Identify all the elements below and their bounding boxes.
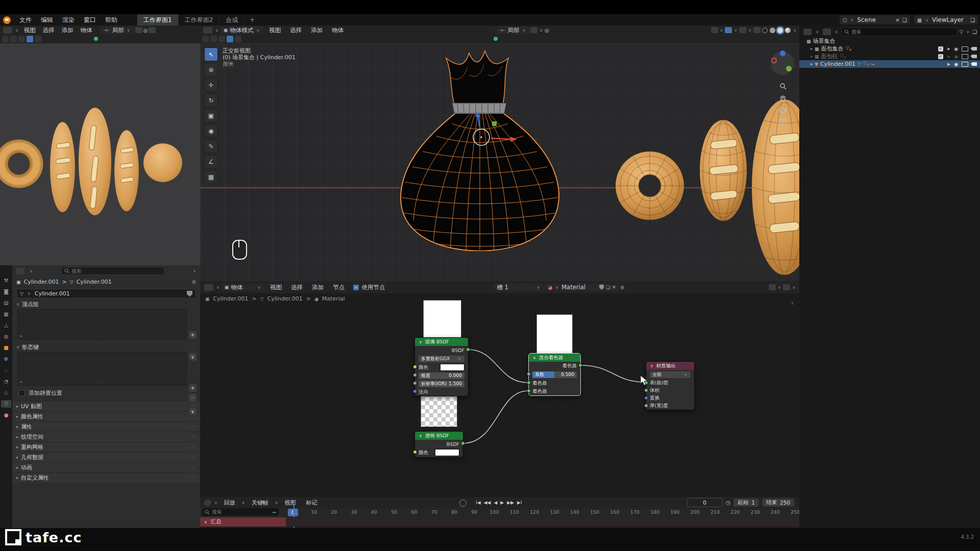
menu-item[interactable]: 物体 (327, 27, 348, 34)
add-vertex-group-button[interactable]: + (188, 331, 197, 339)
measure-tool[interactable]: ∠ (204, 155, 218, 168)
overlay-toggle-icon[interactable] (149, 27, 156, 33)
workspace-tab[interactable]: 工作界面1 (137, 14, 179, 26)
add-cube-tool[interactable]: ▦ (204, 170, 218, 184)
shader-socket[interactable] (527, 389, 531, 393)
tab-output[interactable]: ▤ (1, 299, 11, 307)
color-socket[interactable] (413, 365, 417, 369)
menu-item[interactable]: 添加 (58, 27, 77, 34)
expand-icon[interactable]: ▸ (811, 62, 813, 66)
editor-type-icon[interactable] (803, 29, 812, 35)
glass-bsdf-node[interactable]: ∨ 玻璃 BSDF BSDF 多重散射GGX∨ 颜色 糙度 0.000 (414, 337, 469, 396)
output-socket[interactable] (461, 441, 465, 445)
transparent-bsdf-node[interactable]: ∨ 透明 BSDF BSDF 颜色 (414, 431, 463, 458)
disable-viewport-icon[interactable] (962, 54, 968, 59)
thickness-socket[interactable] (644, 404, 648, 408)
header-icon[interactable] (227, 36, 233, 42)
menu-item[interactable]: 视图 (20, 27, 39, 34)
ior-slider[interactable]: 折射率(IOR) 1.500 (419, 381, 464, 387)
tab-particles[interactable]: ∴ (1, 366, 11, 374)
collapse-icon[interactable]: ∨ (533, 356, 536, 360)
tab-object[interactable]: ■ (1, 344, 11, 352)
transport-button[interactable]: ◀ (494, 500, 497, 505)
disable-viewport-icon[interactable] (962, 46, 968, 52)
new-viewlayer-icon[interactable]: ❏ (970, 17, 975, 23)
ior-socket[interactable] (413, 381, 417, 385)
editor-type-icon[interactable] (3, 27, 12, 34)
output-socket[interactable] (578, 363, 582, 367)
disable-viewport-icon[interactable] (962, 62, 968, 67)
disable-render-icon[interactable] (972, 62, 977, 66)
displacement-socket[interactable] (644, 396, 648, 400)
menu-marker[interactable]: 标记 (302, 499, 322, 507)
header-icon[interactable] (2, 36, 9, 42)
annotate-tool[interactable]: ✎ (204, 139, 218, 153)
node-header[interactable]: ∨ 玻璃 BSDF (415, 338, 468, 346)
filter-icon[interactable]: ▽ (959, 29, 963, 35)
frame-end-field[interactable]: 结束 250 (762, 498, 794, 507)
blender-logo-icon[interactable] (3, 16, 11, 24)
editor-type-icon[interactable] (16, 268, 24, 274)
current-frame-field[interactable]: 0 (687, 498, 723, 507)
z-axis-dot[interactable] (780, 51, 786, 56)
gizmo-toggle-icon[interactable] (725, 27, 732, 33)
menu-keying[interactable]: 关键帧 (247, 499, 273, 507)
ortho-toggle-button[interactable] (778, 117, 788, 127)
display-mode-icon[interactable] (823, 29, 831, 35)
collapse-icon[interactable]: ∨ (419, 340, 422, 344)
vertex-group-specials-button[interactable]: ∨ (188, 353, 197, 361)
fake-user-shield-icon[interactable] (187, 291, 192, 297)
panel-row[interactable]: ▸ 属性 ∷∷ (12, 421, 200, 432)
header-icon[interactable] (35, 36, 41, 42)
editor-type-icon[interactable] (204, 499, 211, 506)
tab-modifiers[interactable]: ⚙ (1, 355, 11, 363)
proportional-edit-icon[interactable]: ◎ (545, 28, 549, 33)
panel-row[interactable]: ▸ 纹理空间 ∷∷ (12, 432, 200, 442)
hide-viewport-icon[interactable]: ◉ (954, 54, 958, 59)
auto-keyframe-icon[interactable]: ◷ (726, 499, 731, 506)
navigation-gizmo[interactable] (771, 52, 794, 75)
orientation-dropdown[interactable]: ⊣⊢ 局部 ∨ (495, 27, 529, 34)
tab-physics[interactable]: ◔ (1, 378, 11, 385)
distribution-dropdown[interactable]: 多重散射GGX∨ (415, 354, 468, 363)
color-swatch[interactable] (435, 449, 459, 456)
collection-row[interactable]: ▸ ▦ 面包柱 ▽3 ✓ ➤ ◉ (799, 53, 980, 60)
properties-search-input[interactable] (71, 268, 161, 274)
collection-row[interactable]: ▸ ▦ 面包集合 ▽4 ✓ ➤ ◉ (799, 45, 980, 53)
shading-solid-icon[interactable] (770, 28, 775, 33)
fac-socket[interactable] (527, 372, 531, 376)
rotate-tool[interactable]: ↻ (204, 93, 218, 107)
tab-material[interactable]: ● (1, 411, 11, 419)
panel-row[interactable]: ▸ 自定义属性 ∷∷ (12, 472, 200, 483)
viewlayer-selector[interactable]: ▦ ∨ ViewLayer ❏ (914, 15, 978, 24)
editor-type-icon[interactable] (203, 27, 212, 34)
y-axis-dot[interactable] (786, 66, 792, 71)
channel-search-input[interactable] (212, 509, 270, 515)
bread-loaf[interactable] (700, 120, 747, 221)
shape-keys-panel-header[interactable]: ∨ 形态键 ∷∷ (12, 343, 200, 352)
color-swatch[interactable] (440, 364, 464, 371)
tab-world[interactable]: ◍ (1, 333, 11, 340)
shading-rendered-icon[interactable] (785, 28, 791, 33)
checkbox-icon[interactable]: ✓ (938, 54, 943, 59)
pan-hand-button[interactable] (778, 93, 788, 103)
menu-item[interactable]: 选择 (285, 27, 306, 34)
mix-shader-node[interactable]: ∨ 混合着色器 着色器 系数 0.500 着色器 着色器 (528, 353, 581, 396)
xray-toggle-icon[interactable] (753, 27, 761, 33)
fac-slider[interactable]: 系数 0.500 (532, 371, 577, 378)
new-collection-icon[interactable]: ❏ (972, 29, 977, 35)
move-tool[interactable]: ✛ (204, 78, 218, 92)
bread-torus[interactable] (616, 152, 684, 220)
menu-item[interactable]: 添加 (306, 27, 327, 34)
left-viewport-canvas[interactable] (0, 43, 200, 265)
header-icon[interactable] (10, 36, 17, 42)
vertex-groups-panel-header[interactable]: ∨ 顶点组 ∷∷ (12, 300, 200, 309)
workspace-tab[interactable]: 工作界面2 (179, 14, 220, 26)
camera-view-button[interactable] (778, 105, 788, 115)
color-socket[interactable] (413, 450, 417, 454)
roughness-slider[interactable]: 糙度 0.000 (419, 372, 464, 379)
unlink-icon[interactable]: ✕ (895, 17, 899, 23)
volume-socket[interactable] (644, 388, 648, 392)
bread-loaf-large[interactable] (752, 99, 799, 275)
disable-render-icon[interactable] (972, 55, 977, 58)
